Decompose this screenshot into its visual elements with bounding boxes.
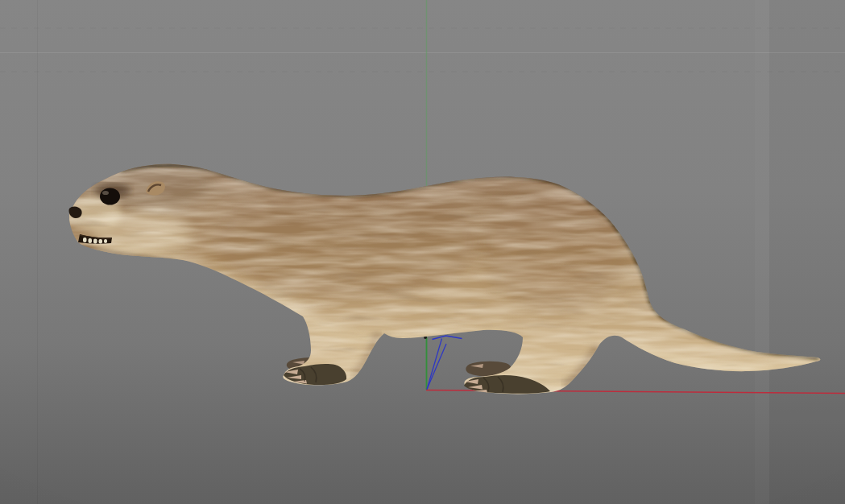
bone-edge[interactable] — [427, 344, 446, 390]
tooth — [89, 238, 93, 243]
bone-edge[interactable] — [427, 339, 442, 390]
eye-highlight — [102, 191, 109, 195]
eye — [100, 188, 120, 205]
scene-svg — [0, 0, 845, 504]
tooth — [99, 239, 103, 244]
tooth — [93, 239, 97, 244]
fur-dark-streaks — [56, 157, 830, 399]
tooth — [104, 239, 107, 243]
otter-model[interactable] — [56, 156, 830, 399]
bone-gizmo[interactable] — [424, 336, 462, 390]
viewport-canvas[interactable] — [0, 0, 845, 504]
bone-crossbar[interactable] — [433, 336, 462, 340]
tooth — [83, 238, 87, 242]
